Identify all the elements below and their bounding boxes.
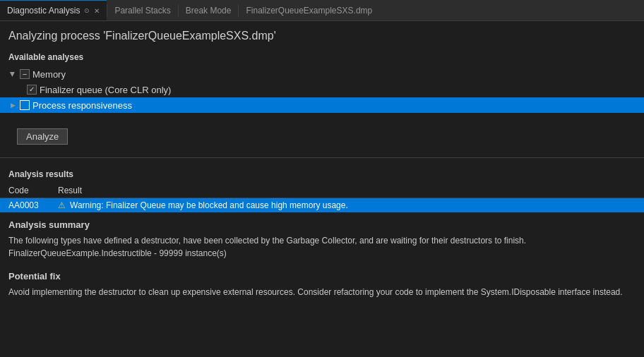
- result-message: Warning: Finalizer Queue may be blocked …: [70, 200, 348, 210]
- summary-section: Analysis summary The following types hav…: [0, 212, 644, 264]
- tab-dump[interactable]: FinalizerQueueExampleSXS.dmp: [239, 0, 379, 20]
- tab-diagnostic[interactable]: Diagnostic Analysis ⊙ ✕: [0, 0, 107, 20]
- warning-icon: ⚠: [58, 200, 66, 210]
- tree-label-finalizer: Finalizer queue (Core CLR only): [40, 85, 171, 95]
- summary-text-2: FinalizerQueueExample.Indestructible - 9…: [8, 247, 636, 260]
- fix-title: Potential fix: [8, 271, 636, 282]
- tab-dump-label: FinalizerQueueExampleSXS.dmp: [246, 6, 372, 16]
- tab-icon: ⊙: [84, 7, 90, 14]
- analyses-section: Available analyses ▶ Memory Finalizer qu…: [0, 49, 644, 119]
- summary-text-1: The following types have defined a destr…: [8, 234, 636, 247]
- results-section: Analysis results Code Result AA0003 ⚠War…: [0, 161, 644, 212]
- expand-arrow-process: ▶: [8, 102, 17, 109]
- expand-arrow-memory: ▶: [9, 70, 16, 78]
- analyze-button[interactable]: Analyze: [17, 128, 68, 145]
- analyze-button-container: Analyze: [0, 119, 644, 155]
- tab-break[interactable]: Break Mode: [179, 0, 239, 20]
- summary-title: Analysis summary: [8, 219, 636, 230]
- tree-item-finalizer[interactable]: Finalizer queue (Core CLR only): [0, 82, 644, 97]
- result-text: ⚠Warning: Finalizer Queue may be blocked…: [49, 198, 644, 213]
- tab-break-label: Break Mode: [186, 6, 232, 16]
- available-analyses-header: Available analyses: [0, 49, 644, 66]
- tree-label-memory: Memory: [32, 69, 66, 80]
- fix-text: Avoid implementing the destructor to cle…: [8, 286, 636, 298]
- col-header-result: Result: [49, 183, 644, 198]
- checkbox-memory[interactable]: [20, 69, 30, 79]
- col-header-code: Code: [0, 183, 49, 198]
- tab-diagnostic-label: Diagnostic Analysis: [7, 6, 80, 16]
- tree-item-memory[interactable]: ▶ Memory: [0, 66, 644, 82]
- tab-parallel[interactable]: Parallel Stacks: [107, 0, 177, 20]
- result-code: AA0003: [0, 198, 49, 213]
- tab-diagnostic-close[interactable]: ✕: [94, 7, 100, 15]
- tab-parallel-label: Parallel Stacks: [114, 6, 170, 16]
- results-table: Code Result AA0003 ⚠Warning: Finalizer Q…: [0, 183, 644, 212]
- checkbox-finalizer[interactable]: [27, 85, 37, 95]
- tab-bar: Diagnostic Analysis ⊙ ✕ Parallel Stacks …: [0, 0, 644, 21]
- page-title: Analyzing process 'FinalizerQueueExample…: [0, 21, 644, 49]
- analysis-results-header: Analysis results: [0, 167, 644, 183]
- table-header-row: Code Result: [0, 183, 644, 198]
- table-row[interactable]: AA0003 ⚠Warning: Finalizer Queue may be …: [0, 198, 644, 213]
- divider-1: [0, 157, 644, 158]
- fix-section: Potential fix Avoid implementing the des…: [0, 264, 644, 303]
- tree-item-process-responsiveness[interactable]: ▶ Process responsiveness: [0, 97, 644, 113]
- checkbox-process-responsiveness[interactable]: [20, 100, 30, 110]
- tree-label-process-responsiveness: Process responsiveness: [32, 100, 132, 111]
